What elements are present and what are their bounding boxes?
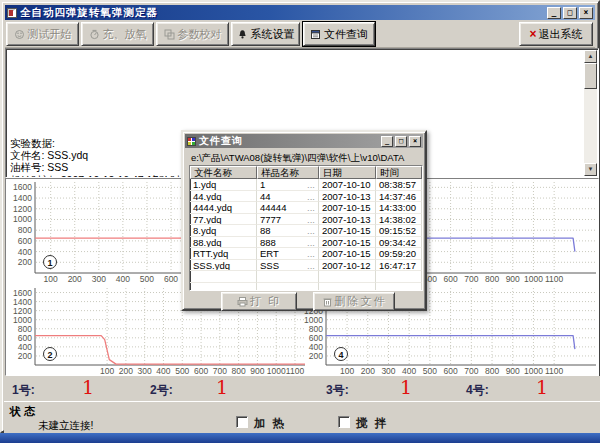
svg-text:400: 400 bbox=[402, 366, 416, 376]
table-body: 1.ydq1...2007-10-1008:38:5744.ydq44...20… bbox=[190, 179, 422, 291]
column-header-date[interactable]: 日期 bbox=[319, 166, 376, 179]
file-row[interactable]: RTT.ydqERT...2007-10-1509:59:20 bbox=[190, 248, 422, 260]
close-button[interactable]: × bbox=[579, 7, 593, 19]
svg-text:1100: 1100 bbox=[545, 274, 564, 284]
svg-text:1000: 1000 bbox=[304, 315, 323, 325]
file-row[interactable]: SSS.ydqSSS...2007-10-1216:47:17 bbox=[190, 260, 422, 272]
vertical-scrollbar[interactable]: ▲ ▼ bbox=[584, 50, 597, 176]
bomb-1-value: 1 bbox=[82, 376, 94, 398]
exit-system-button[interactable]: × 退出系统 bbox=[519, 22, 593, 46]
status-title: 状 态 bbox=[10, 404, 35, 419]
svg-text:800: 800 bbox=[18, 324, 32, 334]
parameter-calibration-button[interactable]: 参数校对 bbox=[156, 22, 229, 46]
svg-text:1000: 1000 bbox=[267, 366, 286, 376]
delete-file-icon bbox=[322, 296, 333, 307]
ellipsis-dots: ... bbox=[307, 237, 315, 248]
svg-text:200: 200 bbox=[18, 257, 32, 267]
heating-label: 加 热 bbox=[254, 416, 286, 431]
svg-text:700: 700 bbox=[464, 274, 478, 284]
svg-text:700: 700 bbox=[464, 366, 478, 376]
exit-x-icon: × bbox=[529, 29, 536, 39]
svg-text:600: 600 bbox=[194, 366, 208, 376]
delete-file-label: 删除文件 bbox=[335, 294, 387, 309]
scroll-up-icon[interactable]: ▲ bbox=[584, 50, 597, 63]
data-folder-path: e:\产品\ATWA08(旋转氧弹)\四弹\软件\上\v10\DATA bbox=[191, 152, 404, 165]
svg-text:500: 500 bbox=[175, 366, 189, 376]
file-row[interactable]: 4444.ydq44444...2007-10-1514:33:00 bbox=[190, 202, 422, 214]
svg-text:400: 400 bbox=[309, 342, 323, 352]
svg-text:1000: 1000 bbox=[13, 214, 32, 224]
system-settings-icon bbox=[237, 29, 248, 40]
maximize-button[interactable]: □ bbox=[563, 7, 577, 19]
svg-text:1400: 1400 bbox=[13, 193, 32, 203]
svg-text:800: 800 bbox=[485, 366, 499, 376]
svg-text:800: 800 bbox=[232, 366, 246, 376]
oxygen-fill-release-label: 充、放氧 bbox=[103, 27, 147, 42]
file-list-table[interactable]: 文件名称 样品名称 日期 时间 1.ydq1...2007-10-1008:38… bbox=[189, 165, 423, 291]
svg-text:1200: 1200 bbox=[13, 204, 32, 214]
svg-text:200: 200 bbox=[18, 351, 32, 361]
dialog-title: 文件查询 bbox=[199, 134, 379, 148]
ellipsis-dots: ... bbox=[307, 248, 315, 259]
scrollbar-thumb[interactable] bbox=[584, 63, 597, 89]
column-header-sample[interactable]: 样品名称 bbox=[257, 166, 319, 179]
toolbar: 测试开始 充、放氧 参数校对 系统设置 bbox=[5, 20, 595, 48]
parameter-calibration-label: 参数校对 bbox=[178, 27, 222, 42]
bomb-2-label: 2号: bbox=[150, 382, 173, 399]
scroll-down-icon[interactable]: ▼ bbox=[584, 163, 597, 176]
start-test-label: 测试开始 bbox=[28, 27, 72, 42]
svg-text:600: 600 bbox=[18, 236, 32, 246]
file-query-dialog: 文件查询 _ □ × e:\产品\ATWA08(旋转氧弹)\四弹\软件\上\v1… bbox=[181, 130, 427, 311]
dialog-close-button[interactable]: × bbox=[409, 136, 421, 147]
dialog-minimize-button[interactable]: _ bbox=[381, 136, 393, 147]
svg-text:300: 300 bbox=[138, 366, 152, 376]
svg-text:200: 200 bbox=[119, 366, 133, 376]
file-row[interactable]: 1.ydq1...2007-10-1008:38:57 bbox=[190, 179, 422, 191]
file-query-label: 文件查询 bbox=[324, 27, 368, 42]
title-bar[interactable]: 全自动四弹旋转氧弹测定器 _ □ × bbox=[5, 5, 595, 20]
start-test-button[interactable]: 测试开始 bbox=[6, 22, 79, 46]
parameter-calibration-icon bbox=[164, 29, 175, 40]
svg-text:100: 100 bbox=[100, 366, 114, 376]
svg-text:700: 700 bbox=[213, 366, 227, 376]
bomb-3-label: 3号: bbox=[326, 382, 349, 399]
svg-text:500: 500 bbox=[140, 274, 154, 284]
column-header-filename[interactable]: 文件名称 bbox=[190, 166, 257, 179]
svg-text:200: 200 bbox=[361, 366, 375, 376]
connection-status-message: 未建立连接! bbox=[38, 419, 93, 433]
svg-text:100: 100 bbox=[44, 274, 58, 284]
file-row[interactable]: 44.ydq44...2007-10-1314:37:46 bbox=[190, 191, 422, 203]
svg-text:1: 1 bbox=[47, 258, 52, 268]
ellipsis-dots: ... bbox=[307, 191, 315, 202]
print-button[interactable]: 打 印 bbox=[221, 292, 297, 311]
oxygen-fill-release-button[interactable]: 充、放氧 bbox=[81, 22, 154, 46]
svg-text:400: 400 bbox=[116, 274, 130, 284]
delete-file-button[interactable]: 删除文件 bbox=[313, 292, 395, 311]
heating-checkbox[interactable] bbox=[236, 416, 248, 428]
svg-text:800: 800 bbox=[485, 274, 499, 284]
file-row[interactable]: 88.ydq888...2007-10-1509:34:42 bbox=[190, 237, 422, 249]
bomb-numbers-row: 1号: 1 2号: 1 3号: 1 4号: 1 bbox=[4, 376, 600, 401]
column-header-time[interactable]: 时间 bbox=[376, 166, 422, 179]
svg-text:1200: 1200 bbox=[13, 306, 32, 316]
dialog-maximize-button[interactable]: □ bbox=[395, 136, 407, 147]
svg-text:400: 400 bbox=[18, 247, 32, 257]
empty-row bbox=[190, 271, 422, 283]
dialog-title-bar[interactable]: 文件查询 _ □ × bbox=[185, 134, 423, 148]
app-icon bbox=[7, 8, 17, 18]
file-query-button[interactable]: 文件查询 bbox=[303, 22, 375, 46]
svg-text:300: 300 bbox=[381, 366, 395, 376]
file-row[interactable]: 77.ydq7777...2007-10-1314:38:02 bbox=[190, 214, 422, 226]
svg-text:2: 2 bbox=[47, 350, 52, 360]
svg-text:900: 900 bbox=[506, 274, 520, 284]
file-row[interactable]: 8.ydq88...2007-10-1509:15:52 bbox=[190, 225, 422, 237]
svg-text:1600: 1600 bbox=[13, 182, 32, 192]
svg-text:600: 600 bbox=[164, 274, 178, 284]
minimize-button[interactable]: _ bbox=[547, 7, 561, 19]
exit-system-label: 退出系统 bbox=[539, 27, 583, 42]
ellipsis-dots: ... bbox=[307, 202, 315, 213]
svg-text:1000: 1000 bbox=[524, 274, 543, 284]
stirring-checkbox[interactable] bbox=[338, 416, 350, 428]
system-settings-button[interactable]: 系统设置 bbox=[231, 22, 300, 46]
svg-text:500: 500 bbox=[423, 366, 437, 376]
